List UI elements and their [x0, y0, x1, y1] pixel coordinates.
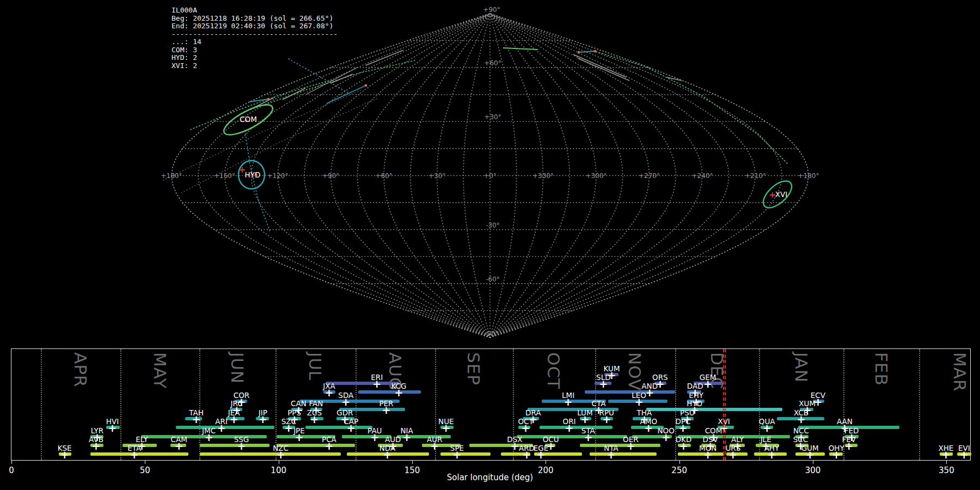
shower-bar-hyd [646, 408, 782, 411]
shower-label-xcb: XCB [794, 409, 808, 416]
shower-label-can: CAN [291, 400, 307, 407]
map-lon-label: +150° [214, 172, 235, 180]
shower-label-and: AND [641, 383, 658, 390]
shower-bar-ori [540, 426, 613, 429]
shower-label-per: PER [379, 400, 393, 407]
app-root: COMHYDXVI+180°+150°+120°+90°+60°+30°+0°+… [0, 0, 980, 490]
shower-label-avb: AVB [89, 436, 103, 443]
shower-label-cap: CAP [344, 418, 358, 425]
x-axis-tick [546, 461, 546, 464]
shower-label-ncc: NCC [793, 427, 809, 434]
trail-endpoint-dot [594, 50, 597, 53]
map-lon-label: +210° [745, 172, 766, 180]
shower-label-ocu: OCU [543, 436, 559, 443]
shower-label-dkd: DKD [676, 436, 692, 443]
map-meridian [490, 14, 650, 338]
shower-label-oer: OER [623, 436, 639, 443]
shower-label-ohy: OHY [829, 445, 844, 452]
shower-label-psu: PSU [680, 409, 695, 416]
shower-label-tah: TAH [189, 409, 204, 416]
shower-bar-kcg [358, 390, 421, 394]
shower-label-aud: AUD [385, 436, 401, 443]
map-lat-label: +30° [484, 113, 501, 121]
shower-label-pau: PAU [367, 427, 382, 434]
shower-label-jip: JIP [259, 409, 267, 416]
x-axis-tick [11, 461, 12, 464]
radiant-label-HYD: HYD [245, 170, 261, 179]
meteor-trail-green [503, 48, 538, 50]
trail-endpoint-dot [267, 98, 270, 101]
shower-label-com: COM [705, 427, 722, 434]
shower-bar-ssg [200, 444, 270, 447]
shower-label-cor: COR [234, 392, 249, 399]
shower-label-hyd: HYD [687, 400, 702, 407]
shower-label-dra: DRA [525, 409, 541, 416]
shower-label-ari: ARI [215, 418, 228, 425]
shower-bar-pau [342, 435, 391, 438]
map-lon-label: +330° [532, 172, 554, 180]
radiant-plus-marker [770, 192, 775, 198]
shower-label-sda: SDA [338, 392, 353, 399]
shower-label-ely: ELY [136, 436, 148, 443]
shower-label-nta: NTA [604, 445, 618, 452]
map-lon-label: +30° [428, 172, 445, 180]
shower-label-ecv: ECV [811, 392, 825, 399]
current-solar-longitude-cursor [723, 349, 726, 460]
shower-bar-eta [90, 452, 188, 456]
x-axis-tick [679, 461, 680, 464]
shower-label-noo: NOO [657, 427, 674, 434]
shower-label-spe: SPE [450, 445, 464, 452]
x-axis-tick [946, 461, 947, 464]
shower-label-ehy: EHY [689, 392, 703, 399]
shower-bar-sta [517, 435, 627, 438]
map-lon-label: +300° [586, 172, 607, 180]
shower-bar-nta [590, 452, 657, 456]
shower-label-dsx: DSX [507, 436, 522, 443]
shower-label-ssg: SSG [234, 436, 249, 443]
shower-label-gem: GEM [700, 374, 716, 381]
month-gridline-apr [41, 349, 42, 460]
shower-label-kcg: KCG [391, 383, 406, 390]
shower-label-nda: NDA [379, 445, 396, 452]
shower-label-szc: SZC [281, 418, 296, 425]
shower-label-fed: FED [844, 427, 859, 434]
map-info-block: IL000A Beg: 20251218 16:28:19 (sol = 266… [171, 7, 338, 70]
drift-trail-cyan [245, 131, 271, 233]
meteor-trail-teal [579, 51, 595, 52]
shower-label-xum: XUM [799, 400, 816, 407]
shower-label-kum: KUM [604, 365, 620, 372]
map-lat-label: -60° [486, 275, 500, 283]
shower-label-cta: CTA [592, 400, 606, 407]
meteor-trail [573, 54, 626, 77]
shower-label-ori: ORI [563, 418, 576, 425]
shower-label-lum: LUM [577, 409, 592, 416]
shower-label-tha: THA [637, 409, 652, 416]
shower-label-fev: FEV [842, 436, 856, 443]
x-axis-tick [145, 461, 145, 464]
map-lon-label: +270° [639, 172, 660, 180]
month-gridline-mar [919, 349, 920, 460]
month-gridline-aug [356, 349, 357, 460]
shower-label-jrc: JRC [231, 400, 243, 407]
map-lon-label: +0° [483, 172, 497, 180]
meteor-trail [366, 50, 403, 65]
shower-label-aly: ALY [731, 436, 744, 443]
shower-label-scc: SCC [793, 436, 808, 443]
shower-label-jpe: JPE [293, 427, 305, 434]
shower-label-oct: OCT [518, 418, 533, 425]
shower-bar-and [585, 390, 675, 394]
shower-label-nia: NIA [401, 427, 413, 434]
shower-bar-nzc [200, 452, 341, 456]
shower-label-cam: CAM [170, 436, 187, 443]
shower-label-fan: FAN [309, 400, 323, 407]
shower-label-ege: EGE [534, 445, 549, 452]
shower-label-urs: URS [725, 445, 740, 452]
map-south-pole-label: -90° [485, 330, 499, 338]
shower-bar-oer [580, 444, 661, 447]
shower-label-dpc: DPC [676, 418, 691, 425]
shower-label-amo: AMO [640, 418, 657, 425]
map-lat-label: -30° [486, 222, 500, 229]
shower-label-xhe: XHE [938, 445, 953, 452]
shower-label-nzc: NZC [273, 445, 289, 452]
radiant-label-COM: COM [240, 115, 257, 124]
